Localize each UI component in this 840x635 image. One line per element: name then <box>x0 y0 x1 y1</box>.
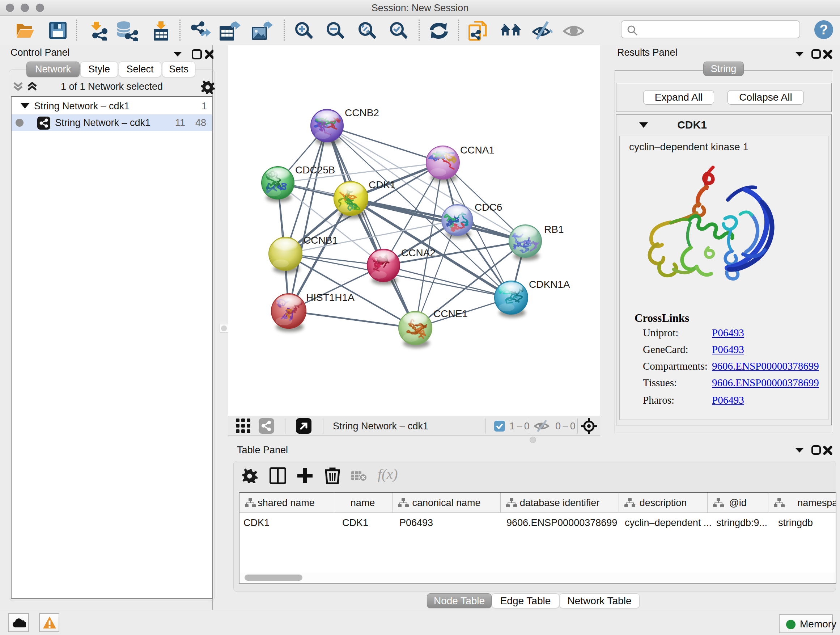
svg-text:?: ? <box>819 22 828 37</box>
svg-text:CCNB1: CCNB1 <box>303 234 338 246</box>
svg-text:CDC6: CDC6 <box>475 202 502 213</box>
svg-text:CCNA1: CCNA1 <box>460 144 494 156</box>
svg-text:CDK1: CDK1 <box>369 179 396 190</box>
svg-text:CDC25B: CDC25B <box>295 165 335 176</box>
svg-text:CCNB2: CCNB2 <box>345 107 379 119</box>
svg-text:RB1: RB1 <box>544 224 564 235</box>
svg-text:CCNA2: CCNA2 <box>401 247 436 258</box>
svg-text:CCNE1: CCNE1 <box>433 308 468 319</box>
svg-text:CDKN1A: CDKN1A <box>529 279 570 290</box>
svg-text:HIST1H1A: HIST1H1A <box>306 292 355 303</box>
